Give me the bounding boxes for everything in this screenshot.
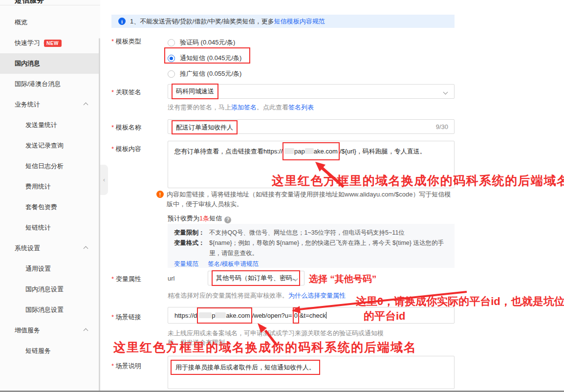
scene-desc-value: 用于接单员接单后或者取件后，短信通知收件人。 xyxy=(171,360,320,375)
scene-desc-textarea[interactable]: 用于接单员接单后或者取件后，短信通知收件人。 xyxy=(168,356,455,389)
sidebar-header-title: 短信服务 xyxy=(0,0,100,5)
template-content-spec-link[interactable]: 短信模板内容规范 xyxy=(274,17,325,26)
annotation-scene-domain: 这里红色方框里的域名换成你的码科系统的后端域名 xyxy=(113,339,417,355)
sidebar-item-label: 短信日志分析 xyxy=(25,162,64,171)
content-domain-highlight: papake.com xyxy=(282,142,340,160)
annotation-select-other-number: 选择 “其他号码” xyxy=(309,273,376,285)
sidebar-item-intl-message[interactable]: 国际/港澳台消息 xyxy=(0,74,100,94)
masked-text xyxy=(305,148,314,154)
chevron-up-icon xyxy=(84,328,88,333)
sidebar-item-package-pricing[interactable]: 套餐包资费 xyxy=(0,197,100,218)
sidebar-item-domestic-msg-settings[interactable]: 国内消息设置 xyxy=(0,279,100,300)
signature-list-link[interactable]: 签名列表 xyxy=(288,104,314,111)
sidebar-item-intl-msg-settings[interactable]: 国际消息设置 xyxy=(0,300,100,320)
radio-icon xyxy=(168,70,175,78)
sidebar-item-label: 系统设置 xyxy=(15,244,40,253)
notice-text: 1、不能发送营销/贷款/借款/中奖/抽奖类短信，更多 xyxy=(130,17,274,26)
fee-estimate: 预计收费为1条短信? xyxy=(168,214,231,223)
radio-selected-icon xyxy=(168,55,175,62)
radio-label: 推广短信 (0.055元/条) xyxy=(180,69,241,78)
variable-limit-text: 不支持QQ号、微信号、网址信息；1~35位字符，但电话号码支持5~11位 xyxy=(209,228,448,238)
scene-link-helper-line1: 未上线应用或未备案域名，可申请测试或学习来源关联签名的验证码或通知模 xyxy=(168,328,384,338)
fee-suffix: 短信 xyxy=(209,215,222,222)
question-mark-icon[interactable]: ? xyxy=(224,217,231,223)
variable-attr-helper: 精准选择对应的变量属性将提高审核效率。为什么选择变量属性 xyxy=(168,291,346,300)
radio-label: 验证码 (0.045元/条) xyxy=(180,38,235,47)
scene-url-scheme: https://d xyxy=(174,312,197,319)
scene-link-input[interactable]: https://dpake.com/web/open?u=0&t=check xyxy=(168,307,455,324)
sidebar-item-quick-learn[interactable]: 快速学习NEW xyxy=(0,33,100,53)
char-counter: 9/30 xyxy=(436,123,448,131)
radio-label: 通知短信 (0.045元/条) xyxy=(180,54,241,63)
sidebar-item-overview[interactable]: 概览 xyxy=(0,12,100,33)
why-variable-attr-link[interactable]: 为什么选择变量属性 xyxy=(288,292,346,299)
template-name-input[interactable]: 配送订单通知收件人 9/30 xyxy=(168,119,455,134)
radio-notification-sms[interactable]: 通知短信 (0.045元/条) xyxy=(168,51,295,65)
notice-bar: i 1、不能发送营销/贷款/借款/中奖/抽奖类短信，更多短信模板内容规范 xyxy=(111,15,455,28)
platform-id-highlight: 0 xyxy=(293,307,299,324)
sidebar-item-send-record-query[interactable]: 发送记录查询 xyxy=(0,135,100,156)
annotation-content-domain: 这里红色方框里的域名换成你的码科系统的后端域名 xyxy=(272,173,564,189)
template-name-label: 模板名称 xyxy=(111,123,141,132)
sms-template-create-page: 短信服务 概览 快速学习NEW 国内消息 国际/港澳台消息 业务统计 发送量统计… xyxy=(0,0,564,392)
signature-helper-text2: 。点此查看 xyxy=(257,104,288,111)
warning-icon: ! xyxy=(156,191,164,198)
signature-helper: 没有需要的签名，马上添加签名。点此查看签名列表 xyxy=(168,103,314,112)
variable-attr-helper-text: 精准选择对应的变量属性将提高审核效率。 xyxy=(168,292,288,299)
sidebar-item-send-volume-stats[interactable]: 发送量统计 xyxy=(0,115,100,135)
scene-link-label: 场景链接 xyxy=(111,313,141,322)
variable-attr-select[interactable]: 其他号码（如订单号、密码.. xyxy=(208,271,304,285)
sidebar-item-label: 概览 xyxy=(15,18,27,27)
scene-domain-mid: p xyxy=(212,312,215,319)
sidebar-item-label: 国际/港澳台消息 xyxy=(15,80,61,88)
sidebar-item-label: 短链服务 xyxy=(25,347,51,355)
sidebar-item-general-settings[interactable]: 通用设置 xyxy=(0,259,100,279)
signature-helper-text: 没有需要的签名，马上 xyxy=(168,104,231,111)
signature-select[interactable]: 码科同城速送 xyxy=(168,84,455,99)
link-note-text: 内容如需链接，请将链接地址（如链接有变量请使用拼接地址如www.alidayu.… xyxy=(167,190,456,209)
chevron-up-icon xyxy=(84,102,88,107)
scene-domain-suffix: ake.com xyxy=(226,312,250,319)
template-name-value: 配送订单通知收件人 xyxy=(172,120,238,134)
radio-promotion-sms[interactable]: 推广短信 (0.055元/条) xyxy=(168,66,295,81)
variable-spec-link[interactable]: 变量规范 xyxy=(174,261,198,267)
variable-attr-value: 其他号码（如订单号、密码.. xyxy=(212,270,300,286)
sidebar-item-label: 短链统计 xyxy=(25,223,51,232)
scene-url-path: /web/open?u= xyxy=(252,312,292,319)
sidebar-item-shortlink-stats[interactable]: 短链统计 xyxy=(0,218,100,238)
fee-count: 1条 xyxy=(199,215,209,222)
sidebar-group-system-settings[interactable]: 系统设置 xyxy=(0,238,100,259)
variable-name: url xyxy=(168,275,174,282)
scene-url-query: &t=check xyxy=(300,312,326,319)
radio-verification-code[interactable]: 验证码 (0.045元/条) xyxy=(168,35,295,50)
template-content-label: 模板内容 xyxy=(111,145,141,153)
sidebar-group-business-stats[interactable]: 业务统计 xyxy=(0,94,100,115)
new-badge: NEW xyxy=(44,40,62,47)
sidebar: 短信服务 概览 快速学习NEW 国内消息 国际/港澳台消息 业务统计 发送量统计… xyxy=(0,0,100,392)
signature-label: 关联签名 xyxy=(111,88,141,97)
add-signature-link[interactable]: 添加签名 xyxy=(231,104,257,111)
content-url-scheme: https:// xyxy=(263,148,282,155)
sidebar-item-label: 发送量统计 xyxy=(25,121,57,130)
chevron-down-icon xyxy=(443,90,448,95)
sidebar-item-shortlink-service[interactable]: 短链服务 xyxy=(0,341,100,361)
text-cursor xyxy=(326,312,326,319)
masked-text xyxy=(215,312,226,318)
sidebar-group-value-added[interactable]: 增值服务 xyxy=(0,320,100,341)
sidebar-item-fee-stats[interactable]: 费用统计 xyxy=(0,176,100,197)
masked-text xyxy=(199,312,212,318)
sidebar-header: 短信服务 xyxy=(0,0,100,5)
sidebar-collapse-handle[interactable]: ‹ xyxy=(100,165,108,195)
sidebar-item-label: 业务统计 xyxy=(15,100,40,109)
annotation-platform-id-line2: 的平台id xyxy=(364,309,406,324)
content-text2: /${url}，码科跑腿，专人直送。 xyxy=(340,148,426,155)
fee-prefix: 预计收费为 xyxy=(168,215,199,222)
sidebar-item-label: 国内消息 xyxy=(15,59,40,68)
masked-text xyxy=(284,148,294,154)
signature-value: 码科同城速送 xyxy=(172,84,218,99)
scene-desc-label: 场景说明 xyxy=(111,362,141,370)
signature-template-spec-link[interactable]: 签名/模板申请规范 xyxy=(208,261,258,267)
sidebar-item-sms-log-analysis[interactable]: 短信日志分析 xyxy=(0,156,100,176)
sidebar-item-domestic-message[interactable]: 国内消息 xyxy=(0,53,100,74)
variable-format-text: ${name}；例如，尊敬的 ${name}，您的快递已飞奔在路上，将今天 ${… xyxy=(209,238,448,259)
